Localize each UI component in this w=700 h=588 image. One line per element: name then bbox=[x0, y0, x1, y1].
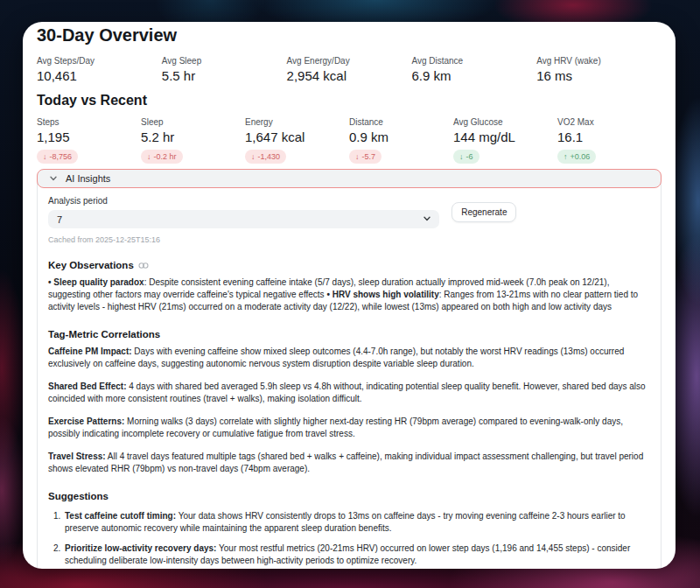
stat-label: Avg Energy/Day bbox=[287, 56, 412, 66]
stat-value: 0.9 km bbox=[349, 130, 453, 145]
stat-avg-sleep: Avg Sleep 5.5 hr bbox=[162, 56, 287, 84]
analysis-period-field: Analysis period 7 bbox=[48, 196, 439, 228]
key-observations-text: • Sleep quality paradox: Despite consist… bbox=[48, 276, 650, 313]
analysis-period-select[interactable]: 7 bbox=[48, 210, 439, 228]
stat-value: 5.5 hr bbox=[162, 68, 287, 84]
delta-badge: ↓-6 bbox=[453, 150, 480, 164]
suggestion-label: Prioritize low-activity recovery days: bbox=[65, 543, 216, 553]
correlation-text: Days with evening caffeine show mixed sl… bbox=[48, 346, 624, 368]
arrow-down-icon: ↓ bbox=[147, 152, 151, 161]
link-icon[interactable] bbox=[138, 262, 149, 270]
ai-insights-label: AI Insights bbox=[66, 173, 110, 184]
delta-badge: ↑+0.06 bbox=[557, 150, 596, 164]
stat-value: 16.1 bbox=[557, 130, 662, 145]
stat-value: 10,461 bbox=[37, 68, 162, 84]
stat-avg-steps: Avg Steps/Day 10,461 bbox=[37, 56, 162, 84]
delta-badge: ↓-8,756 bbox=[37, 150, 78, 164]
arrow-down-icon: ↓ bbox=[251, 152, 256, 161]
suggestion-item: Prioritize low-activity recovery days: Y… bbox=[63, 542, 650, 567]
ai-insights-toggle[interactable]: AI Insights bbox=[37, 169, 662, 188]
correlation-text: Morning walks (3 days) correlate with sl… bbox=[48, 416, 623, 438]
stat-label: Energy bbox=[245, 117, 349, 128]
stat-label: Avg Sleep bbox=[162, 56, 287, 66]
dashboard-card: 30-Day Overview Avg Steps/Day 10,461 Avg… bbox=[23, 22, 676, 569]
arrow-down-icon: ↓ bbox=[355, 152, 360, 161]
stat-label: Sleep bbox=[141, 117, 245, 128]
correlation-label: Shared Bed Effect: bbox=[48, 382, 126, 391]
delta-value: -5.7 bbox=[362, 152, 376, 161]
stat-energy: Energy 1,647 kcal ↓-1,430 bbox=[245, 117, 349, 164]
stat-value: 144 mg/dL bbox=[453, 130, 557, 145]
stat-avg-energy: Avg Energy/Day 2,954 kcal bbox=[287, 56, 412, 84]
analysis-period-row: Analysis period 7 Regenerate bbox=[48, 196, 650, 228]
stat-distance: Distance 0.9 km ↓-5.7 bbox=[349, 117, 453, 164]
correlation-paragraph: Travel Stress: All 4 travel days feature… bbox=[48, 451, 650, 475]
stat-value: 1,195 bbox=[37, 130, 141, 145]
stat-steps: Steps 1,195 ↓-8,756 bbox=[37, 117, 141, 164]
delta-value: -8,756 bbox=[50, 152, 73, 161]
delta-badge: ↓-5.7 bbox=[349, 150, 382, 164]
stat-vo2max: VO2 Max 16.1 ↑+0.06 bbox=[557, 117, 662, 164]
cached-note: Cached from 2025-12-25T15:16 bbox=[48, 235, 650, 244]
regenerate-button[interactable]: Regenerate bbox=[452, 202, 516, 222]
stat-avg-hrv: Avg HRV (wake) 16 ms bbox=[536, 56, 662, 84]
ai-insights-content: Analysis period 7 Regenerate Cached from… bbox=[38, 187, 661, 569]
stat-value: 5.2 hr bbox=[141, 130, 245, 145]
stat-label: Avg Steps/Day bbox=[37, 56, 162, 66]
delta-badge: ↓-0.2 hr bbox=[141, 150, 183, 164]
stat-avg-distance: Avg Distance 6.9 km bbox=[411, 56, 536, 84]
key-observations-title: Key Observations bbox=[48, 260, 650, 271]
suggestion-label: Test caffeine cutoff timing: bbox=[65, 511, 176, 521]
correlation-label: Caffeine PM Impact: bbox=[48, 346, 132, 356]
analysis-period-label: Analysis period bbox=[48, 196, 439, 206]
stat-value: 6.9 km bbox=[411, 68, 536, 84]
suggestion-list: Test caffeine cutoff timing: Your data s… bbox=[48, 510, 650, 567]
stat-label: Avg Distance bbox=[411, 56, 536, 66]
correlation-paragraph: Caffeine PM Impact: Days with evening ca… bbox=[48, 346, 650, 370]
stat-label: Avg Glucose bbox=[453, 117, 557, 128]
delta-value: +0.06 bbox=[570, 152, 591, 161]
today-vs-recent-row: Steps 1,195 ↓-8,756 Sleep 5.2 hr ↓-0.2 h… bbox=[37, 117, 662, 164]
arrow-down-icon: ↓ bbox=[43, 152, 47, 161]
correlation-text: 4 days with shared bed averaged 5.9h sle… bbox=[48, 382, 646, 403]
stat-label: Avg HRV (wake) bbox=[536, 56, 662, 66]
suggestion-item: Test caffeine cutoff timing: Your data s… bbox=[63, 510, 650, 535]
stat-value: 16 ms bbox=[536, 68, 662, 84]
correlation-paragraph: Shared Bed Effect: 4 days with shared be… bbox=[48, 381, 650, 405]
stat-glucose: Avg Glucose 144 mg/dL ↓-6 bbox=[453, 117, 557, 164]
suggestions-title: Suggestions bbox=[48, 491, 650, 502]
ai-insights-panel: AI Insights Analysis period 7 Regenerate bbox=[37, 169, 662, 569]
chevron-down-icon bbox=[49, 174, 58, 183]
correlations-title: Tag-Metric Correlations bbox=[48, 329, 650, 340]
correlation-label: Exercise Patterns: bbox=[48, 416, 124, 426]
stat-value: 1,647 kcal bbox=[245, 130, 349, 145]
delta-value: -1,430 bbox=[258, 152, 281, 161]
stat-value: 2,954 kcal bbox=[287, 68, 412, 84]
stat-label: Steps bbox=[37, 117, 141, 128]
stat-sleep: Sleep 5.2 hr ↓-0.2 hr bbox=[141, 117, 245, 164]
observation-label: • Sleep quality paradox bbox=[48, 277, 144, 287]
page-title: 30-Day Overview bbox=[37, 25, 662, 45]
key-observations-label: Key Observations bbox=[48, 260, 134, 271]
overview-stats-row: Avg Steps/Day 10,461 Avg Sleep 5.5 hr Av… bbox=[37, 56, 662, 84]
delta-value: -0.2 hr bbox=[154, 152, 177, 161]
stat-label: VO2 Max bbox=[557, 117, 662, 128]
today-vs-recent-title: Today vs Recent bbox=[37, 92, 662, 109]
observation-label: • HRV shows high volatility bbox=[326, 290, 438, 299]
correlation-text: All 4 travel days featured multiple tags… bbox=[48, 452, 643, 473]
stat-label: Distance bbox=[349, 117, 453, 128]
correlation-paragraph: Exercise Patterns: Morning walks (3 days… bbox=[48, 416, 650, 440]
delta-value: -6 bbox=[466, 152, 473, 161]
delta-badge: ↓-1,430 bbox=[245, 150, 286, 164]
arrow-down-icon: ↓ bbox=[459, 152, 464, 161]
arrow-up-icon: ↑ bbox=[564, 152, 568, 161]
correlation-label: Travel Stress: bbox=[48, 452, 106, 461]
